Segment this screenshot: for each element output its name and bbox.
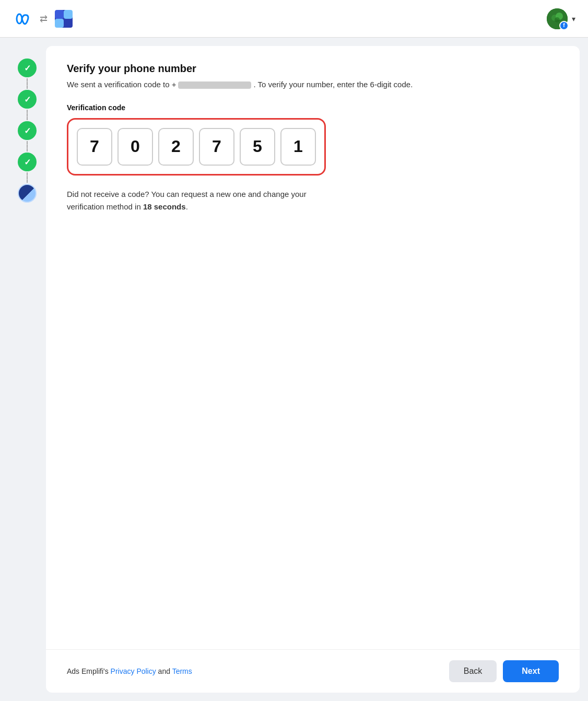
footer-links: Ads Emplifi's Privacy Policy and Terms [67, 667, 192, 675]
step-2: ✓ [18, 90, 37, 109]
verification-code-label: Verification code [67, 103, 559, 112]
step-1-check-icon: ✓ [24, 63, 31, 73]
resend-suffix: . [186, 202, 188, 211]
subtitle-before: We sent a verification code to + [67, 80, 176, 89]
phone-number-redacted [178, 81, 251, 89]
step-3-check-icon: ✓ [24, 126, 31, 136]
resend-message: Did not receive a code? You can request … [67, 188, 338, 213]
subtitle-after: . To verify your number, enter the 6-dig… [253, 80, 413, 89]
facebook-badge-icon: f [559, 21, 569, 30]
resend-seconds: 18 seconds [143, 202, 186, 211]
step-2-check-icon: ✓ [24, 95, 31, 104]
meta-logo [13, 8, 33, 29]
step-3: ✓ [18, 121, 37, 140]
otp-digit-3[interactable]: 2 [158, 128, 194, 166]
step-connector-4-5 [27, 172, 28, 183]
svg-rect-4 [55, 19, 64, 28]
svg-point-9 [555, 17, 560, 22]
navbar: ⇄ f ▾ [0, 0, 588, 38]
svg-rect-3 [64, 10, 73, 19]
terms-link[interactable]: Terms [172, 667, 192, 675]
step-4: ✓ [18, 153, 37, 171]
step-connector-2-3 [27, 110, 28, 120]
avatar[interactable]: f [547, 8, 568, 29]
navbar-right: f ▾ [547, 8, 575, 29]
svg-rect-2 [55, 10, 64, 19]
otp-digit-4[interactable]: 7 [199, 128, 234, 166]
privacy-policy-link[interactable]: Privacy Policy [111, 667, 156, 675]
step-1-circle: ✓ [18, 59, 37, 77]
back-button[interactable]: Back [449, 660, 497, 682]
step-3-circle: ✓ [18, 121, 37, 140]
sync-icon: ⇄ [40, 13, 48, 25]
page-title: Verify your phone number [67, 63, 559, 75]
otp-digit-6[interactable]: 1 [280, 128, 316, 166]
otp-digit-1[interactable]: 7 [77, 128, 112, 166]
step-5-circle [18, 184, 37, 203]
otp-input-container[interactable]: 7 0 2 7 5 1 [67, 118, 326, 176]
account-dropdown-icon[interactable]: ▾ [572, 15, 575, 23]
otp-digit-5[interactable]: 5 [240, 128, 275, 166]
step-2-circle: ✓ [18, 90, 37, 109]
emplifi-logo-icon [54, 9, 74, 29]
content-panel: Verify your phone number We sent a verif… [46, 46, 580, 693]
sidebar-steps: ✓ ✓ ✓ ✓ [8, 46, 46, 693]
step-connector-1-2 [27, 78, 28, 89]
step-4-check-icon: ✓ [24, 157, 31, 167]
step-5 [18, 184, 37, 203]
navbar-left: ⇄ [13, 8, 74, 29]
svg-rect-5 [64, 19, 73, 28]
page-subtitle: We sent a verification code to +. To ver… [67, 79, 559, 91]
footer-buttons: Back Next [449, 660, 559, 682]
footer: Ads Emplifi's Privacy Policy and Terms B… [46, 649, 580, 693]
next-button[interactable]: Next [503, 660, 559, 682]
step-4-circle: ✓ [18, 153, 37, 171]
footer-text-mid: and [156, 667, 172, 675]
footer-text-before: Ads Emplifi's [67, 667, 111, 675]
step-connector-3-4 [27, 141, 28, 151]
main-area: ✓ ✓ ✓ ✓ Verif [0, 38, 588, 701]
otp-digit-2[interactable]: 0 [117, 128, 153, 166]
step-1: ✓ [18, 59, 37, 77]
